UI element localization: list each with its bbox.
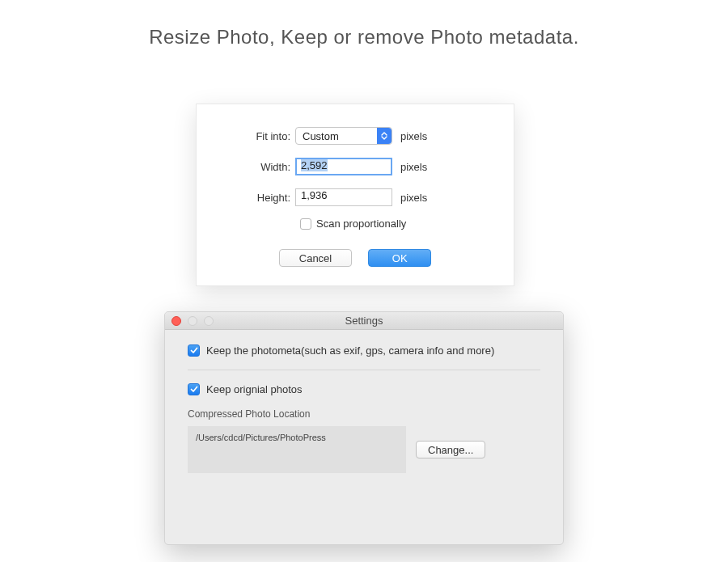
height-input[interactable]: 1,936 xyxy=(295,188,392,206)
keep-original-row: Keep orignial photos xyxy=(188,383,540,395)
keep-photometa-checkbox[interactable] xyxy=(188,344,200,357)
ok-button[interactable]: OK xyxy=(368,249,431,267)
location-area: /Users/cdcd/Pictures/PhotoPress Change..… xyxy=(188,426,540,473)
height-label: Height: xyxy=(221,192,295,204)
fit-into-label: Fit into: xyxy=(221,130,295,142)
change-button[interactable]: Change... xyxy=(416,441,485,458)
cancel-button[interactable]: Cancel xyxy=(279,249,352,267)
keep-original-checkbox[interactable] xyxy=(188,383,200,395)
keep-original-label: Keep orignial photos xyxy=(206,383,303,395)
fit-into-unit: pixels xyxy=(400,130,427,142)
location-path: /Users/cdcd/Pictures/PhotoPress xyxy=(188,426,406,473)
fit-into-select[interactable]: Custom xyxy=(295,127,392,145)
titlebar[interactable]: Settings xyxy=(165,312,563,330)
maximize-icon[interactable] xyxy=(204,316,214,326)
chevron-updown-icon xyxy=(377,128,392,144)
scan-proportionally-label: Scan proportionally xyxy=(316,218,406,230)
height-row: Height: 1,936 pixels xyxy=(221,187,489,208)
width-row: Width: 2,592 pixels xyxy=(221,156,489,177)
width-input[interactable]: 2,592 xyxy=(295,158,392,175)
width-label: Width: xyxy=(221,161,295,173)
traffic-lights xyxy=(171,316,214,326)
keep-photometa-label: Keep the photometa(such as exif, gps, ca… xyxy=(206,344,494,357)
page-title: Resize Photo, Keep or remove Photo metad… xyxy=(0,0,728,49)
settings-window: Settings Keep the photometa(such as exif… xyxy=(164,311,564,545)
width-value: 2,592 xyxy=(301,159,328,171)
minimize-icon[interactable] xyxy=(188,316,197,326)
divider xyxy=(188,370,540,370)
settings-body: Keep the photometa(such as exif, gps, ca… xyxy=(165,330,563,489)
keep-photometa-row: Keep the photometa(such as exif, gps, ca… xyxy=(188,344,540,357)
resize-dialog: Fit into: Custom pixels Width: 2,592 pix… xyxy=(196,104,514,286)
scan-proportionally-checkbox[interactable] xyxy=(300,218,311,230)
dialog-buttons: Cancel OK xyxy=(221,249,489,267)
close-icon[interactable] xyxy=(171,316,181,326)
fit-into-value: Custom xyxy=(303,130,339,142)
height-unit: pixels xyxy=(400,192,427,204)
fit-into-row: Fit into: Custom pixels xyxy=(221,125,489,146)
scan-proportionally-row: Scan proportionally xyxy=(300,218,489,230)
location-label: Compressed Photo Location xyxy=(188,408,540,420)
width-unit: pixels xyxy=(400,161,427,173)
window-title: Settings xyxy=(165,315,563,327)
